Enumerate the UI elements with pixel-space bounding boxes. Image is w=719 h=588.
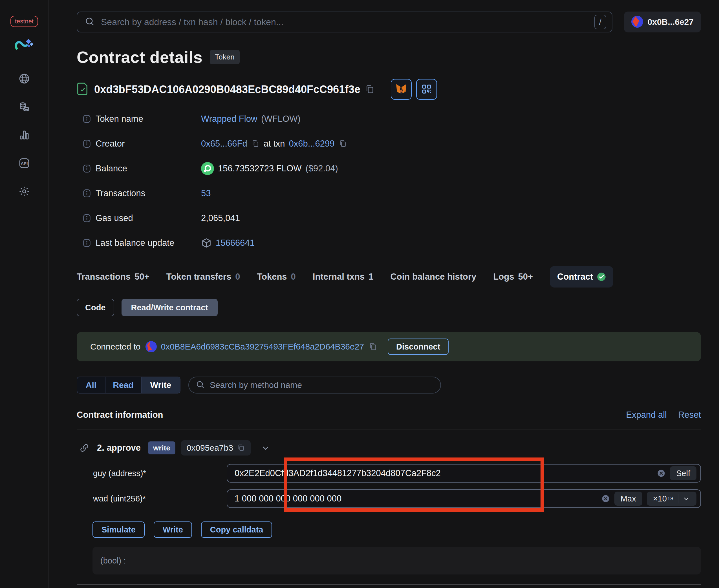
max-button[interactable]: Max: [614, 491, 642, 506]
multiplier-dropdown[interactable]: ×1018: [647, 491, 696, 506]
address-row: 0xd3bF53DAC106A0290B0483EcBC89d40FcC961f…: [77, 79, 701, 100]
copy-address-icon[interactable]: [365, 84, 375, 94]
qr-code-icon: [421, 83, 432, 96]
creator-address-link[interactable]: 0x65...66Fd: [201, 139, 247, 149]
contract-information-header: Contract information Expand all Reset: [77, 410, 701, 420]
info-row-balance: Balance 156.73532723 FLOW ($92.04): [82, 162, 701, 175]
account-avatar: [631, 16, 643, 28]
method-selector: 0x095ea7b3: [187, 443, 233, 453]
collapse-method-chevron-icon[interactable]: [261, 443, 270, 453]
info-hint-icon[interactable]: [82, 164, 91, 173]
disconnect-button[interactable]: Disconnect: [388, 338, 449, 355]
info-hint-icon[interactable]: [82, 139, 91, 149]
anchor-link-icon[interactable]: [80, 443, 89, 453]
field-input-wad-container: Max ×1018: [227, 489, 701, 508]
multiplier-exponent: 18: [667, 496, 673, 502]
page-title: Contract details: [77, 48, 202, 66]
filter-write[interactable]: Write: [142, 377, 180, 393]
copy-selector-icon[interactable]: [237, 444, 245, 452]
gas-used-value: 2,065,041: [201, 213, 240, 223]
testnet-badge: testnet: [11, 16, 38, 27]
filter-all[interactable]: All: [77, 377, 105, 393]
api-icon[interactable]: API: [18, 157, 30, 169]
tokens-icon[interactable]: [18, 101, 30, 113]
info-row-creator: Creator 0x65...66Fd at txn 0x6b...6299: [82, 138, 701, 150]
globe-icon[interactable]: [18, 73, 30, 85]
section-divider: [77, 429, 701, 430]
tab-coin-balance-history[interactable]: Coin balance history: [390, 266, 476, 288]
global-search[interactable]: /: [77, 12, 612, 33]
filter-read[interactable]: Read: [105, 377, 142, 393]
method-filter-row: All Read Write: [77, 377, 701, 394]
copy-creator-icon[interactable]: [251, 140, 260, 148]
gear-icon[interactable]: [18, 186, 30, 197]
sidebar-nav: API: [18, 73, 30, 197]
keyboard-shortcut-badge: /: [594, 15, 606, 29]
tab-logs[interactable]: Logs50+: [493, 266, 533, 288]
chip-divider: [678, 494, 678, 503]
global-search-input[interactable]: [101, 17, 594, 27]
tab-contract[interactable]: Contract: [550, 266, 613, 288]
token-name-link[interactable]: Wrapped Flow: [201, 114, 257, 124]
copy-txn-icon[interactable]: [338, 140, 347, 148]
contract-address: 0xd3bF53DAC106A0290B0483EcBC89d40FcC961f…: [94, 83, 360, 96]
token-symbol: (WFLOW): [261, 114, 300, 124]
info-hint-icon[interactable]: [82, 189, 91, 198]
creator-middle-text: at txn: [264, 139, 285, 149]
balance-usd: ($92.04): [305, 164, 338, 174]
contract-details-page: testnet: [0, 0, 719, 588]
title-row: Contract details Token: [77, 48, 701, 66]
svg-text:API: API: [21, 161, 28, 166]
tab-transactions[interactable]: Transactions50+: [77, 266, 149, 288]
write-button[interactable]: Write: [154, 522, 192, 538]
reset-link[interactable]: Reset: [678, 410, 701, 420]
field-label-guy: guy (address)*: [77, 469, 227, 478]
connected-wallet-address[interactable]: 0x0B8EA6d6983cCBa39275493FEf648a2D64B36e…: [161, 342, 364, 352]
tab-tokens[interactable]: Tokens0: [257, 266, 295, 288]
connected-wallet-avatar: [145, 341, 157, 352]
expand-all-link[interactable]: Expand all: [626, 410, 667, 420]
info-row-last-balance-update: Last balance update 15666641: [82, 237, 701, 249]
clear-wad-icon[interactable]: [601, 495, 610, 503]
flow-token-icon: [201, 162, 214, 175]
last-balance-update-block-link[interactable]: 15666641: [216, 238, 254, 248]
copy-connected-address-icon[interactable]: [369, 342, 377, 351]
subtab-code[interactable]: Code: [77, 299, 114, 316]
connected-prefix: Connected to: [90, 342, 140, 352]
info-row-gas-used: Gas used 2,065,041: [82, 212, 701, 224]
tab-token-transfers[interactable]: Token transfers0: [166, 266, 240, 288]
tab-internal-txns[interactable]: Internal txns1: [313, 266, 374, 288]
simulate-button[interactable]: Simulate: [93, 522, 145, 538]
add-to-metamask-button[interactable]: [391, 79, 412, 100]
account-button[interactable]: 0x0B...6e27: [624, 12, 701, 33]
info-hint-icon[interactable]: [82, 114, 91, 124]
copy-calldata-button[interactable]: Copy calldata: [201, 522, 272, 538]
clear-guy-icon[interactable]: [657, 469, 665, 478]
field-input-guy[interactable]: [234, 468, 653, 478]
stats-icon[interactable]: [18, 129, 30, 141]
multiplier-base: ×10: [653, 494, 667, 503]
qr-code-button[interactable]: [416, 79, 437, 100]
account-address: 0x0B...6e27: [648, 17, 694, 27]
field-row-wad: wad (uint256)* Max ×1018: [77, 489, 701, 508]
contract-subtabs: Code Read/Write contract: [77, 299, 701, 316]
block-cube-icon: [201, 238, 212, 248]
sidebar: testnet: [0, 0, 49, 588]
method-search-box[interactable]: [188, 377, 441, 394]
creation-txn-link[interactable]: 0x6b...6299: [289, 139, 335, 149]
field-input-wad[interactable]: [234, 493, 597, 504]
method-selector-chip: 0x095ea7b3: [181, 440, 251, 456]
field-label-wad: wad (uint256)*: [77, 494, 227, 503]
app-logo-icon[interactable]: [14, 37, 34, 54]
method-approve-header[interactable]: 2. approve write 0x095ea7b3: [77, 440, 701, 456]
self-button[interactable]: Self: [670, 466, 696, 480]
method-search-input[interactable]: [210, 380, 434, 390]
transactions-count-link[interactable]: 53: [201, 188, 211, 198]
field-input-guy-container: Self: [227, 464, 701, 483]
info-hint-icon[interactable]: [82, 213, 91, 223]
search-icon: [85, 16, 95, 28]
search-icon: [196, 380, 205, 390]
subtab-read-write-contract[interactable]: Read/Write contract: [122, 299, 218, 316]
info-hint-icon[interactable]: [82, 238, 91, 248]
chevron-down-icon: [682, 495, 690, 503]
